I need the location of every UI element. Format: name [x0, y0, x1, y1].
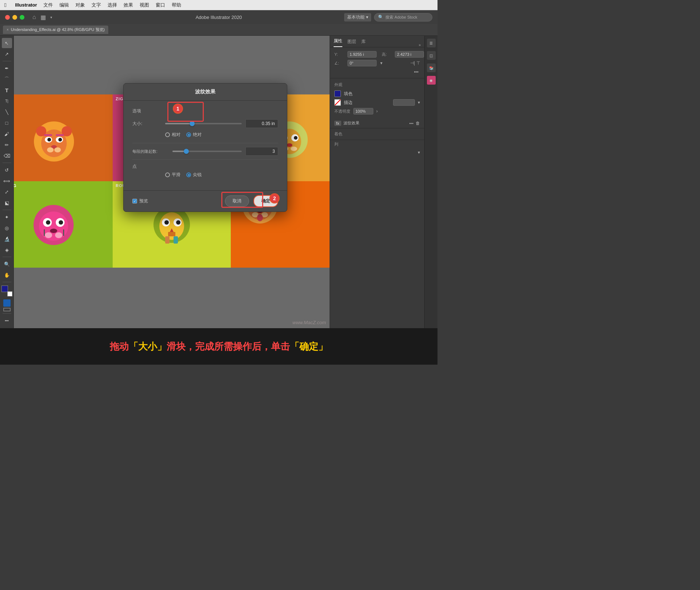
stroke-row: 描边 ▾ — [334, 99, 420, 106]
menu-view[interactable]: 视图 — [140, 2, 149, 8]
tool-select[interactable]: ↖ — [2, 38, 12, 48]
menu-select[interactable]: 选择 — [108, 2, 117, 8]
tool-hand[interactable]: ✋ — [2, 270, 12, 280]
h-input[interactable] — [395, 51, 424, 58]
tool-blend[interactable]: ◎ — [2, 223, 12, 233]
tool-paintbrush[interactable]: 🖌 — [2, 129, 12, 139]
properties-icon[interactable]: ☰ — [427, 39, 436, 47]
fx-more-icon[interactable]: ••• — [409, 121, 413, 125]
radio-smooth[interactable]: 平滑 — [165, 172, 180, 178]
workspace-button[interactable]: 基本功能 ▾ — [344, 13, 371, 22]
flip-h-icon[interactable]: ⊣| — [410, 61, 415, 66]
menu-help[interactable]: 帮助 — [172, 2, 181, 8]
maximize-button[interactable] — [20, 15, 24, 20]
size-slider-thumb[interactable] — [190, 121, 195, 126]
fill-row: 填色 — [334, 90, 420, 97]
tool-type[interactable]: T — [2, 85, 12, 95]
dialog-point-type-row: 平滑 尖锐 — [165, 172, 278, 178]
stroke-input[interactable] — [393, 99, 415, 106]
tool-more[interactable]: ••• — [2, 315, 12, 326]
close-button[interactable] — [5, 15, 10, 20]
fx-effect-label: 波纹效果 — [343, 120, 407, 126]
tab-close-icon[interactable]: × — [7, 28, 9, 32]
menu-file[interactable]: 文件 — [43, 2, 53, 8]
angle-dropdown[interactable]: ▾ — [380, 61, 382, 66]
grid-icon[interactable]: ▦ — [40, 14, 46, 21]
home-icon[interactable]: ⌂ — [32, 14, 36, 20]
tool-rotate[interactable]: ↺ — [2, 165, 12, 175]
tool-eyedropper[interactable]: 🔬 — [2, 234, 12, 244]
tab-properties[interactable]: 属性 — [334, 38, 342, 47]
y-input[interactable] — [347, 51, 377, 58]
preview-checkbox[interactable]: 预览 — [132, 198, 148, 204]
menu-edit[interactable]: 编辑 — [59, 2, 69, 8]
ridges-slider-track — [172, 151, 242, 152]
angle-input[interactable] — [347, 60, 377, 66]
menu-window[interactable]: 窗口 — [156, 2, 165, 8]
minimize-button[interactable] — [12, 15, 17, 20]
grid-dropdown-icon[interactable]: ▾ — [50, 15, 52, 19]
svg-rect-53 — [174, 236, 178, 244]
opacity-input[interactable] — [353, 108, 373, 114]
fx-delete-icon[interactable]: 🗑 — [416, 121, 420, 126]
tool-divider-5 — [3, 282, 11, 282]
size-slider-fill — [165, 123, 192, 124]
color-fill-square[interactable] — [3, 299, 11, 307]
tool-width[interactable]: ⤢ — [2, 187, 12, 197]
svg-rect-43 — [63, 229, 64, 236]
tool-eraser[interactable]: ⌫ — [2, 151, 12, 161]
recolor-hint: 着色 — [330, 128, 424, 140]
watermark: www.MacZ.com — [292, 320, 326, 325]
radio-absolute[interactable]: 绝对 — [186, 132, 202, 138]
tab-library[interactable]: 库 — [361, 39, 366, 47]
ripple-effect-dialog[interactable]: 波纹效果 选项 大小: — [123, 83, 287, 212]
size-input[interactable] — [245, 119, 278, 128]
dialog-title: 波纹效果 — [124, 84, 287, 101]
tool-pencil[interactable]: ✏ — [2, 140, 12, 150]
ridges-slider-container[interactable] — [172, 148, 242, 155]
dialog-point-row: 点 — [132, 163, 278, 170]
menu-bar:  Illustrator 文件 编辑 对象 文字 选择 效果 视图 窗口 帮助 — [0, 0, 438, 10]
size-slider-container[interactable] — [165, 120, 242, 127]
tool-pen[interactable]: ✒ — [2, 63, 12, 73]
canvas-area[interactable]: NONE — [14, 36, 330, 328]
tab-layers[interactable]: 图层 — [347, 39, 356, 47]
tool-divider-4 — [3, 257, 11, 257]
align-dropdown-icon[interactable]: ▾ — [418, 150, 420, 155]
menu-text[interactable]: 文字 — [92, 2, 101, 8]
tool-direct-select[interactable]: ↗ — [2, 49, 12, 59]
menu-effect[interactable]: 效果 — [124, 2, 133, 8]
radio-relative[interactable]: 相对 — [165, 132, 180, 138]
layers-icon[interactable]: ◫ — [427, 51, 436, 60]
tool-rect[interactable]: □ — [2, 118, 12, 128]
panel-expand-icon[interactable]: » — [419, 43, 421, 47]
document-tab[interactable]: × Understanding_Effects.ai @ 42.8% (RGB/… — [3, 26, 108, 34]
tool-zoom[interactable]: 🔍 — [2, 259, 12, 269]
stock-search[interactable]: 🔍 搜索 Adobe Stock — [374, 13, 432, 22]
tool-line[interactable]: ╲ — [2, 107, 12, 117]
tool-gradient[interactable]: ◈ — [2, 245, 12, 255]
fill-swatch[interactable] — [334, 90, 341, 97]
stroke-color-icon[interactable] — [7, 291, 12, 296]
cancel-button[interactable]: 取消 — [225, 195, 249, 207]
apple-menu[interactable]:  — [4, 2, 6, 8]
svg-point-38 — [59, 220, 63, 225]
tool-free-transform[interactable]: ⬕ — [2, 198, 12, 208]
opacity-expand-icon[interactable]: › — [376, 109, 378, 114]
tool-reflect[interactable]: ⟺ — [2, 176, 12, 186]
ridges-input[interactable] — [245, 147, 278, 156]
color-none-square[interactable] — [3, 308, 11, 311]
ridges-slider-thumb[interactable] — [184, 149, 189, 154]
tool-curvature[interactable]: ⌒ — [2, 74, 12, 84]
radio-sharp[interactable]: 尖锐 — [186, 172, 202, 178]
tool-touch-type[interactable]: T| — [2, 96, 12, 106]
menu-object[interactable]: 对象 — [75, 2, 85, 8]
stroke-dropdown[interactable]: ▾ — [418, 100, 420, 105]
flip-v-icon[interactable]: ⊤ — [416, 61, 420, 66]
more-options-icon[interactable]: ••• — [414, 70, 419, 75]
transform-section: Y: 高: » ∠: ▾ ⊣| ⊤ ••• — [330, 47, 424, 78]
tool-shaper[interactable]: ✦ — [2, 212, 12, 222]
library-icon[interactable]: 📚 — [427, 63, 436, 72]
color-wheel-icon[interactable]: ◉ — [427, 76, 436, 85]
stroke-swatch[interactable] — [334, 99, 341, 106]
